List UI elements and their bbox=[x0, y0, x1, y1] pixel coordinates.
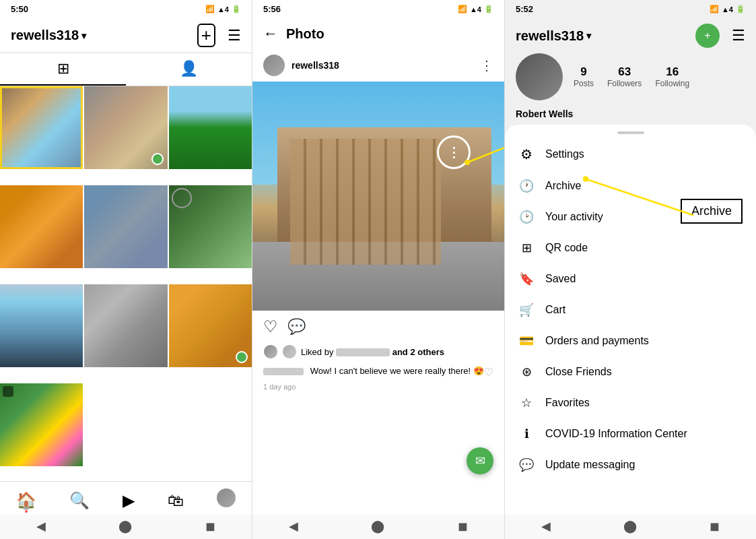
grid-cell-2[interactable] bbox=[84, 86, 167, 169]
stat-following: 16 Following bbox=[655, 65, 689, 88]
home-btn-3[interactable]: ⬤ bbox=[623, 519, 637, 534]
menu-item-orders-payments[interactable]: 💳 Orders and payments bbox=[505, 325, 756, 356]
grid-icon: ⊞ bbox=[57, 60, 69, 77]
liked-others[interactable]: and 2 others bbox=[392, 347, 444, 357]
three-dots-menu[interactable]: ⋮ bbox=[480, 57, 493, 73]
qr-label: QR code bbox=[545, 242, 588, 254]
back-btn-1[interactable]: ◀ bbox=[36, 519, 46, 534]
favorites-icon: ☆ bbox=[518, 395, 535, 410]
menu-item-close-friends[interactable]: ⊛ Close Friends bbox=[505, 356, 756, 387]
p3-username: rewells318 bbox=[516, 28, 584, 44]
grid-cell-1[interactable] bbox=[0, 86, 83, 169]
story-ring-6 bbox=[172, 188, 192, 208]
time-1: 5:50 bbox=[11, 4, 28, 14]
nav-profile[interactable] bbox=[217, 488, 236, 512]
signal-icons-3: 📶 ▲4 🔋 bbox=[710, 5, 745, 13]
menu-icon-1[interactable]: ☰ bbox=[228, 27, 241, 44]
nav-reels[interactable]: ▶ bbox=[123, 491, 135, 510]
small-tag-10 bbox=[3, 386, 13, 397]
battery-icon-2: 🔋 bbox=[484, 5, 493, 13]
p3-menu-icon[interactable]: ☰ bbox=[732, 27, 745, 44]
tab-grid[interactable]: ⊞ bbox=[0, 53, 126, 86]
post-actions: ♡ 💬 bbox=[252, 311, 504, 343]
annotation-circle: ⋮ bbox=[437, 135, 471, 169]
home-dot bbox=[25, 510, 28, 513]
back-btn-3[interactable]: ◀ bbox=[541, 519, 551, 534]
online-dot-9 bbox=[236, 351, 248, 363]
following-count: 16 bbox=[655, 65, 689, 79]
p3-profile-stats: 9 Posts 63 Followers 16 Following bbox=[505, 53, 756, 108]
menu-item-saved[interactable]: 🔖 Saved bbox=[505, 263, 756, 294]
online-dot-2 bbox=[151, 153, 164, 165]
add-icon-1[interactable]: + bbox=[197, 24, 215, 47]
signal-icon: ▲4 bbox=[217, 5, 229, 13]
commenter-name-blurred bbox=[263, 368, 304, 375]
menu-item-archive[interactable]: 🕐 Archive bbox=[505, 170, 756, 201]
grid-cell-7[interactable] bbox=[0, 284, 83, 367]
grid-cell-8[interactable] bbox=[84, 284, 167, 367]
home-btn-2[interactable]: ⬤ bbox=[371, 519, 384, 534]
tab-tagged[interactable]: 👤 bbox=[126, 53, 252, 86]
menu-item-covid[interactable]: ℹ COVID-19 Information Center bbox=[505, 418, 756, 449]
green-add-btn[interactable]: + bbox=[695, 24, 720, 48]
nav-home[interactable]: 🏠 bbox=[16, 491, 36, 510]
like-button[interactable]: ♡ bbox=[263, 317, 278, 336]
recents-btn-3[interactable]: ◼ bbox=[710, 519, 720, 534]
grid-cell-4[interactable] bbox=[0, 185, 83, 268]
menu-item-cart[interactable]: 🛒 Cart bbox=[505, 294, 756, 325]
status-bar-3: 5:52 📶 ▲4 🔋 bbox=[505, 0, 756, 18]
username-row-1[interactable]: rewells318 ▾ bbox=[11, 28, 86, 43]
recents-btn-2[interactable]: ◼ bbox=[458, 519, 468, 534]
following-label: Following bbox=[655, 79, 689, 88]
nav-shop[interactable]: 🛍 bbox=[168, 491, 184, 510]
panel-photo-view: 5:56 📶 ▲4 🔋 ← Photo rewells318 ⋮ ⋮ bbox=[252, 0, 505, 539]
nav-search[interactable]: 🔍 bbox=[69, 491, 90, 510]
saved-label: Saved bbox=[545, 273, 576, 285]
followers-label: Followers bbox=[607, 79, 642, 88]
grid-cell-10[interactable] bbox=[0, 383, 83, 466]
menu-item-messaging[interactable]: 💬 Update messaging bbox=[505, 449, 756, 480]
back-btn-2[interactable]: ◀ bbox=[289, 519, 298, 534]
panel-menu-drawer: 5:52 📶 ▲4 🔋 rewells318 ▾ + ☰ 9 Posts 63 … bbox=[505, 0, 756, 539]
stat-posts: 9 Posts bbox=[574, 65, 594, 88]
grid-cell-5[interactable] bbox=[84, 185, 167, 268]
wifi-icon: 📶 bbox=[205, 5, 215, 13]
sheet-handle bbox=[617, 131, 644, 134]
qr-icon: ⊞ bbox=[518, 241, 535, 255]
followers-count: 63 bbox=[607, 65, 642, 79]
photo-header: ← Photo bbox=[252, 18, 504, 49]
wifi-icon-2: 📶 bbox=[458, 5, 467, 13]
system-nav-2: ◀ ⬤ ◼ bbox=[252, 515, 504, 539]
fab-area: ✉ bbox=[252, 396, 504, 515]
green-fab-2[interactable]: ✉ bbox=[467, 447, 493, 474]
home-btn-1[interactable]: ⬤ bbox=[118, 519, 132, 534]
profile-tabs: ⊞ 👤 bbox=[0, 53, 252, 86]
orders-label: Orders and payments bbox=[545, 335, 649, 347]
menu-item-favorites[interactable]: ☆ Favorites bbox=[505, 387, 756, 418]
settings-label: Settings bbox=[545, 148, 584, 160]
comment-heart[interactable]: ♡ bbox=[484, 366, 493, 379]
photo-poster-row: rewells318 ⋮ bbox=[252, 49, 504, 82]
menu-item-qr-code[interactable]: ⊞ QR code bbox=[505, 232, 756, 263]
photo-grid bbox=[0, 86, 252, 481]
poster-avatar bbox=[263, 55, 285, 76]
grid-cell-3[interactable] bbox=[169, 86, 252, 169]
time-ago: 1 day ago bbox=[252, 381, 504, 396]
cart-icon: 🛒 bbox=[518, 303, 535, 317]
blurred-name bbox=[336, 348, 390, 356]
grid-cell-6[interactable] bbox=[169, 185, 252, 268]
recents-btn-1[interactable]: ◼ bbox=[205, 519, 215, 534]
p3-username-row[interactable]: rewells318 ▾ bbox=[516, 28, 591, 44]
header-icons-1: + ☰ bbox=[197, 24, 241, 47]
activity-icon: 🕑 bbox=[518, 210, 535, 224]
menu-item-settings[interactable]: ⚙ Settings bbox=[505, 138, 756, 170]
poster-name[interactable]: rewells318 bbox=[291, 60, 473, 71]
post-image: ⋮ bbox=[252, 82, 504, 311]
archive-annotation-box: Archive bbox=[681, 199, 743, 224]
grid-cell-9[interactable] bbox=[169, 284, 252, 367]
liker-avatar-2 bbox=[282, 344, 297, 359]
comment-button[interactable]: 💬 bbox=[287, 318, 306, 336]
back-arrow[interactable]: ← bbox=[263, 25, 278, 42]
battery-icon-3: 🔋 bbox=[736, 5, 745, 13]
settings-icon: ⚙ bbox=[518, 146, 535, 162]
